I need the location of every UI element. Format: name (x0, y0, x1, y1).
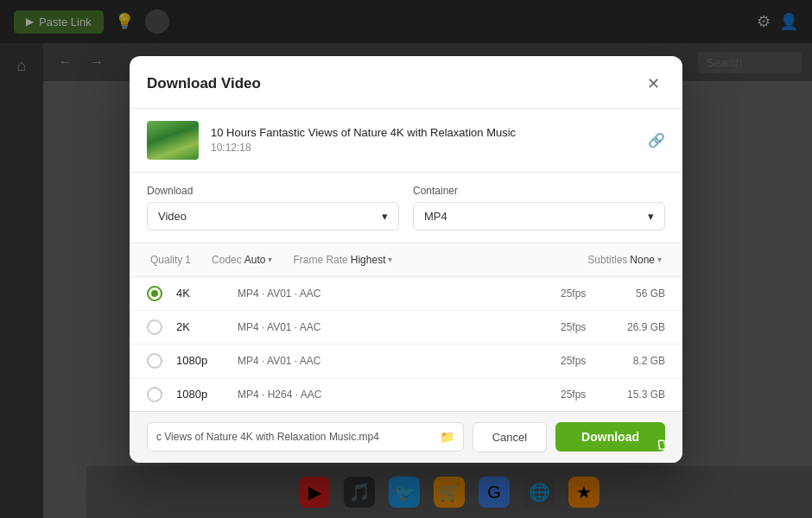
quality-codec: MP4 · AV01 · AAC (238, 321, 547, 333)
quality-fps: 25fps (561, 355, 604, 367)
subtitles-filter-value: None (630, 254, 655, 266)
container-chevron: ▾ (648, 210, 654, 223)
radio-button[interactable] (147, 353, 162, 369)
video-info-row: 10 Hours Fantastic Views of Nature 4K wi… (130, 109, 682, 173)
download-button-label: Download (581, 430, 639, 444)
dialog-footer: c Views of Nature 4K with Relaxation Mus… (130, 411, 682, 463)
subtitles-chevron-icon: ▾ (657, 255, 662, 264)
container-value: MP4 (424, 210, 447, 223)
codec-filter-label: Codec (212, 254, 242, 266)
quality-fps: 25fps (561, 388, 604, 401)
video-meta: 10 Hours Fantastic Views of Nature 4K wi… (211, 126, 636, 154)
codec-chevron-icon: ▾ (268, 255, 272, 264)
download-dialog: Download Video ✕ 10 Hours Fantastic View… (130, 56, 682, 463)
video-duration: 10:12:18 (211, 142, 636, 154)
download-button[interactable]: Download ☞ (555, 422, 665, 452)
quality-name: 1080p (176, 354, 224, 367)
quality-codec: MP4 · AV01 · AAC (238, 355, 547, 367)
framerate-chevron-icon: ▾ (388, 255, 392, 264)
options-row: Download Video ▾ Container MP4 ▾ (130, 173, 682, 243)
quality-size: 8.2 GB (618, 355, 665, 367)
quality-name: 1080p (176, 388, 224, 401)
container-group: Container MP4 ▾ (413, 185, 665, 231)
quality-fps: 25fps (561, 321, 604, 333)
quality-codec: MP4 · AV01 · AAC (238, 287, 547, 300)
codec-filter[interactable]: Codec Auto ▾ (208, 252, 276, 268)
subtitles-filter-label: Subtitles (587, 254, 627, 266)
cancel-button[interactable]: Cancel (473, 422, 547, 452)
quality-name: 2K (176, 320, 224, 333)
quality-size: 15.3 GB (618, 388, 665, 401)
link-icon-button[interactable]: 🔗 (648, 132, 665, 148)
dialog-header: Download Video ✕ (130, 56, 682, 109)
quality-name: 4K (176, 287, 224, 300)
dialog-title: Download Video (147, 75, 261, 92)
container-select[interactable]: MP4 ▾ (413, 202, 665, 231)
video-title: 10 Hours Fantastic Views of Nature 4K wi… (211, 126, 636, 139)
download-type-select[interactable]: Video ▾ (147, 202, 399, 231)
quality-list: 4K MP4 · AV01 · AAC 25fps 56 GB 2K MP4 ·… (130, 277, 682, 411)
download-type-chevron: ▾ (382, 210, 388, 223)
quality-row[interactable]: 1080p MP4 · H264 · AAC 25fps 15.3 GB (130, 378, 682, 411)
quality-fps: 25fps (561, 287, 604, 300)
download-type-group: Download Video ▾ (147, 185, 399, 231)
filters-row: Quality 1 Codec Auto ▾ Frame Rate Highes… (130, 243, 682, 277)
download-type-value: Video (158, 210, 187, 223)
framerate-filter[interactable]: Frame Rate Highest ▾ (289, 252, 396, 268)
file-path-text: c Views of Nature 4K with Relaxation Mus… (156, 431, 379, 443)
framerate-filter-label: Frame Rate (293, 254, 347, 266)
radio-button[interactable] (147, 286, 162, 301)
download-type-label: Download (147, 185, 399, 197)
quality-row[interactable]: 1080p MP4 · AV01 · AAC 25fps 8.2 GB (130, 344, 682, 378)
quality-filter-label: Quality (150, 254, 182, 266)
modal-overlay: Download Video ✕ 10 Hours Fantastic View… (0, 0, 812, 518)
file-path-box[interactable]: c Views of Nature 4K with Relaxation Mus… (147, 422, 464, 452)
subtitles-filter[interactable]: Subtitles None ▾ (584, 252, 665, 268)
radio-button[interactable] (147, 319, 162, 335)
quality-size: 56 GB (618, 287, 665, 300)
quality-codec: MP4 · H264 · AAC (238, 388, 547, 401)
quality-size: 26.9 GB (618, 321, 665, 333)
quality-filter[interactable]: Quality 1 (147, 252, 194, 268)
video-thumbnail (147, 121, 199, 160)
cursor-icon: ☞ (657, 434, 674, 457)
framerate-filter-value: Highest (351, 254, 386, 266)
radio-button[interactable] (147, 387, 162, 402)
container-label: Container (413, 185, 665, 197)
folder-icon[interactable]: 📁 (440, 430, 454, 444)
close-button[interactable]: ✕ (641, 72, 665, 96)
thumbnail-image (147, 121, 199, 160)
quality-row[interactable]: 2K MP4 · AV01 · AAC 25fps 26.9 GB (130, 311, 682, 344)
codec-filter-value: Auto (244, 254, 266, 266)
quality-filter-count: 1 (185, 254, 191, 266)
quality-row[interactable]: 4K MP4 · AV01 · AAC 25fps 56 GB (130, 277, 682, 311)
